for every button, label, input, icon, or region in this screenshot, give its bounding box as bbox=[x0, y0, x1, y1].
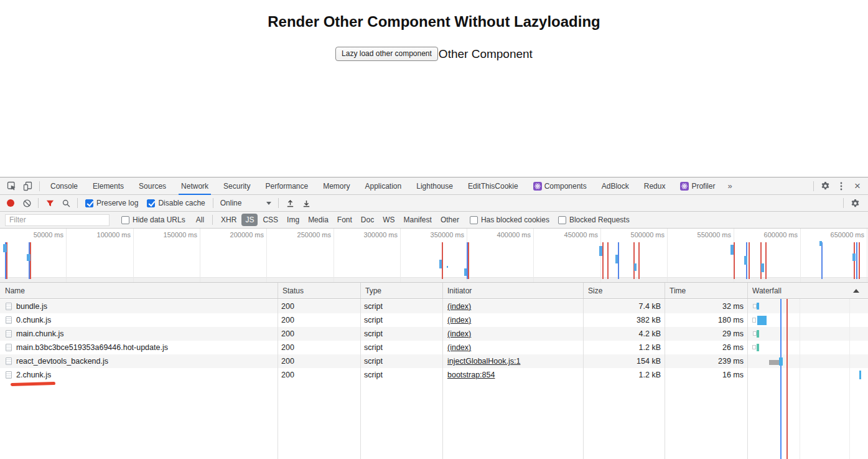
network-request-row[interactable]: main.chunk.js200script(index)4.2 kB29 ms bbox=[0, 327, 868, 341]
column-header-status[interactable]: Status bbox=[282, 286, 304, 295]
kebab-menu-icon[interactable] bbox=[833, 179, 849, 194]
filter-funnel-icon[interactable] bbox=[42, 196, 58, 211]
column-divider bbox=[360, 299, 361, 459]
filter-pill-manifest[interactable]: Manifest bbox=[400, 214, 436, 226]
filter-pill-xhr[interactable]: XHR bbox=[217, 214, 240, 226]
tab-performance[interactable]: Performance bbox=[258, 177, 315, 195]
tab-application[interactable]: Application bbox=[358, 177, 409, 195]
lazy-load-button[interactable]: Lazy load other component bbox=[335, 47, 438, 61]
column-divider[interactable] bbox=[442, 283, 443, 298]
waterfall-bar bbox=[752, 318, 756, 323]
column-divider[interactable] bbox=[583, 283, 584, 298]
react-badge-icon bbox=[533, 182, 542, 191]
request-status: 200 bbox=[281, 357, 294, 366]
request-initiator-link[interactable]: (index) bbox=[447, 316, 471, 324]
request-type: script bbox=[364, 343, 383, 352]
has-blocked-cookies-checkbox-group[interactable]: Has blocked cookies bbox=[470, 215, 549, 224]
network-request-row[interactable]: 0.chunk.js200script(index)382 kB180 ms bbox=[0, 313, 868, 327]
network-request-row[interactable]: main.b3bc3bce519353a69446.hot-update.js2… bbox=[0, 341, 868, 354]
request-name: main.chunk.js bbox=[16, 329, 63, 338]
ruler-label: 100000 ms bbox=[97, 231, 131, 239]
device-toolbar-icon[interactable] bbox=[20, 179, 36, 194]
tab-label: Console bbox=[50, 182, 78, 191]
filter-pill-all[interactable]: All bbox=[192, 214, 208, 226]
column-header-size[interactable]: Size bbox=[588, 286, 602, 295]
network-request-row[interactable]: 2.chunk.js200scriptbootstrap:8541.2 kB16… bbox=[0, 368, 868, 382]
tab-sources[interactable]: Sources bbox=[131, 177, 174, 195]
column-divider[interactable] bbox=[278, 283, 278, 298]
filter-input[interactable] bbox=[5, 214, 110, 226]
export-har-icon[interactable] bbox=[298, 196, 314, 211]
blocked-requests-checkbox[interactable] bbox=[558, 216, 566, 224]
tab-profiler[interactable]: Profiler bbox=[673, 177, 722, 195]
ruler-label: 550000 ms bbox=[698, 231, 731, 239]
record-network-log-icon[interactable] bbox=[7, 199, 14, 207]
tab-network[interactable]: Network bbox=[174, 177, 216, 195]
filter-pill-media[interactable]: Media bbox=[304, 214, 332, 226]
import-har-icon[interactable] bbox=[282, 196, 298, 211]
load-event-line bbox=[786, 299, 788, 459]
preserve-log-checkbox[interactable] bbox=[85, 199, 93, 207]
network-toolbar: Preserve log Disable cache Online bbox=[0, 195, 868, 212]
column-divider[interactable] bbox=[747, 283, 748, 298]
column-header-initiator[interactable]: Initiator bbox=[447, 286, 472, 295]
inspect-element-icon[interactable] bbox=[4, 179, 20, 194]
tab-security[interactable]: Security bbox=[216, 177, 258, 195]
throttling-dropdown[interactable]: Online bbox=[217, 199, 276, 207]
disable-cache-checkbox-group[interactable]: Disable cache bbox=[147, 199, 205, 207]
column-divider[interactable] bbox=[665, 283, 665, 298]
tab-memory[interactable]: Memory bbox=[315, 177, 357, 195]
request-initiator-link[interactable]: (index) bbox=[447, 302, 471, 311]
ruler-label: 200000 ms bbox=[230, 231, 264, 239]
tab-redux[interactable]: Redux bbox=[637, 177, 673, 195]
disable-cache-checkbox[interactable] bbox=[147, 199, 155, 207]
divider bbox=[38, 198, 39, 208]
ruler-label: 500000 ms bbox=[631, 231, 665, 239]
column-header-name[interactable]: Name bbox=[5, 286, 25, 295]
preserve-log-checkbox-group[interactable]: Preserve log bbox=[85, 199, 138, 207]
network-request-row[interactable]: react_devtools_backend.js200scriptinject… bbox=[0, 354, 868, 368]
filter-pill-doc[interactable]: Doc bbox=[357, 214, 378, 226]
tab-editthiscookie[interactable]: EditThisCookie bbox=[460, 177, 526, 195]
column-divider[interactable] bbox=[360, 283, 361, 298]
network-settings-gear-icon[interactable] bbox=[847, 196, 863, 211]
has-blocked-cookies-label: Has blocked cookies bbox=[481, 215, 549, 224]
filter-pill-css[interactable]: CSS bbox=[259, 214, 282, 226]
divider bbox=[39, 181, 40, 191]
filter-pill-other[interactable]: Other bbox=[437, 214, 463, 226]
tab-components[interactable]: Components bbox=[526, 177, 594, 195]
request-time: 180 ms bbox=[668, 316, 744, 324]
settings-gear-icon[interactable] bbox=[817, 179, 833, 194]
ruler-gridline bbox=[400, 229, 401, 282]
script-file-icon bbox=[6, 357, 12, 365]
network-overview-timeline[interactable]: 50000 ms100000 ms150000 ms200000 ms25000… bbox=[0, 229, 868, 283]
close-devtools-icon[interactable]: × bbox=[849, 179, 866, 194]
filter-pill-img[interactable]: Img bbox=[283, 214, 303, 226]
tab-elements[interactable]: Elements bbox=[85, 177, 131, 195]
filter-pill-js[interactable]: JS bbox=[241, 214, 258, 226]
blocked-requests-checkbox-group[interactable]: Blocked Requests bbox=[558, 215, 630, 224]
more-tabs-icon[interactable]: » bbox=[722, 181, 737, 191]
sort-ascending-icon[interactable] bbox=[853, 289, 859, 293]
request-size: 382 kB bbox=[587, 316, 661, 324]
column-header-time[interactable]: Time bbox=[670, 286, 686, 295]
has-blocked-cookies-checkbox[interactable] bbox=[470, 216, 478, 224]
filter-pill-font[interactable]: Font bbox=[334, 214, 356, 226]
tab-adblock[interactable]: AdBlock bbox=[594, 177, 637, 195]
column-header-type[interactable]: Type bbox=[365, 286, 381, 295]
network-request-row[interactable]: bundle.js200script(index)7.4 kB32 ms bbox=[0, 300, 868, 313]
filter-pill-ws[interactable]: WS bbox=[379, 214, 398, 226]
request-initiator-link[interactable]: (index) bbox=[447, 343, 471, 352]
network-activity-mark bbox=[761, 263, 764, 272]
search-icon[interactable] bbox=[58, 196, 74, 211]
request-initiator-link[interactable]: bootstrap:854 bbox=[447, 371, 495, 379]
tab-console[interactable]: Console bbox=[43, 177, 85, 195]
load-event-line bbox=[760, 242, 762, 279]
column-header-waterfall[interactable]: Waterfall bbox=[752, 286, 782, 295]
request-initiator-link[interactable]: injectGlobalHook.js:1 bbox=[447, 357, 520, 366]
hide-data-urls-checkbox[interactable] bbox=[121, 216, 129, 224]
clear-network-log-icon[interactable] bbox=[19, 196, 35, 211]
tab-lighthouse[interactable]: Lighthouse bbox=[409, 177, 460, 195]
hide-data-urls-checkbox-group[interactable]: Hide data URLs bbox=[121, 215, 185, 224]
request-initiator-link[interactable]: (index) bbox=[447, 329, 471, 338]
